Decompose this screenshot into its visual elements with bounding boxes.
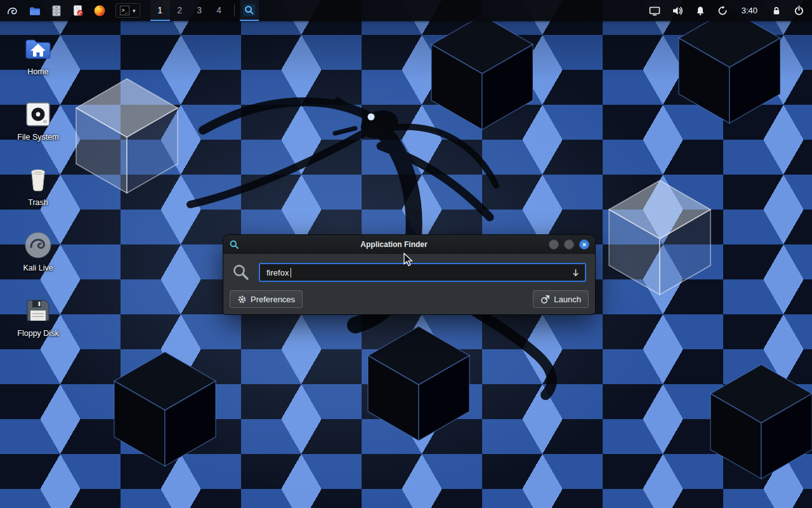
desktop-icon-file-system[interactable]: File System bbox=[10, 99, 66, 142]
text-editor-launcher[interactable] bbox=[67, 0, 89, 21]
search-row: firefox bbox=[230, 263, 589, 282]
display-icon[interactable] bbox=[649, 6, 660, 16]
lock-icon[interactable] bbox=[771, 6, 782, 16]
desktop-icon-column: Home File System Trash bbox=[10, 34, 66, 338]
clock[interactable]: 3:40 bbox=[740, 6, 759, 15]
text-caret bbox=[291, 268, 291, 277]
gear-icon bbox=[237, 295, 247, 304]
file-cabinet-launcher[interactable] bbox=[46, 0, 67, 21]
workspace-2-button[interactable]: 2 bbox=[170, 0, 190, 21]
desktop-icon-label: Kali Live bbox=[23, 264, 53, 272]
application-finder-window: Application Finder × firefox bbox=[223, 235, 595, 314]
notifications-bell-icon[interactable] bbox=[695, 6, 705, 16]
home-folder-icon bbox=[23, 34, 53, 64]
launch-button[interactable]: Launch bbox=[533, 290, 589, 308]
kali-menu-button[interactable] bbox=[0, 0, 24, 21]
floppy-icon bbox=[23, 295, 53, 326]
search-input[interactable]: firefox bbox=[259, 263, 586, 282]
desktop-icon-label: Trash bbox=[28, 198, 48, 207]
launch-label: Launch bbox=[554, 295, 581, 304]
workspace-4-button[interactable]: 4 bbox=[209, 0, 229, 21]
panel-separator bbox=[234, 4, 235, 17]
desktop-icon-label: Floppy Disk bbox=[17, 329, 58, 338]
document-edit-icon bbox=[72, 4, 84, 17]
power-icon[interactable] bbox=[794, 5, 804, 16]
preferences-label: Preferences bbox=[251, 295, 295, 304]
firefox-icon bbox=[93, 4, 106, 17]
desktop-icon-label: Home bbox=[27, 67, 48, 76]
top-panel: >_ ▾ 1 2 3 4 bbox=[0, 0, 812, 21]
button-row: Preferences Launch bbox=[230, 290, 589, 308]
window-titlebar[interactable]: Application Finder × bbox=[223, 235, 595, 254]
folder-icon bbox=[29, 4, 41, 17]
workspace-switcher: 1 2 3 4 bbox=[150, 0, 229, 21]
chevron-down-icon: ▾ bbox=[133, 8, 136, 14]
updates-icon[interactable] bbox=[717, 6, 728, 16]
window-controls: × bbox=[549, 239, 589, 250]
search-input-value: firefox bbox=[266, 268, 289, 277]
desktop-icon-label: File System bbox=[17, 133, 58, 142]
terminal-icon: >_ bbox=[120, 6, 129, 15]
minimize-button[interactable] bbox=[549, 239, 559, 250]
desktop-icon-home[interactable]: Home bbox=[10, 34, 66, 76]
preferences-button[interactable]: Preferences bbox=[230, 290, 303, 308]
window-body: firefox Preferences bbox=[223, 254, 595, 314]
kali-disc-icon bbox=[23, 230, 53, 260]
volume-icon[interactable] bbox=[672, 6, 683, 16]
panel-spacer bbox=[259, 0, 649, 21]
desktop-icon-floppy-disk[interactable]: Floppy Disk bbox=[10, 295, 66, 338]
cabinet-icon bbox=[50, 4, 63, 17]
system-tray: 3:40 bbox=[649, 0, 812, 21]
launch-icon bbox=[540, 295, 550, 304]
firefox-launcher[interactable] bbox=[89, 0, 110, 21]
close-button[interactable]: × bbox=[579, 239, 589, 250]
application-finder-app-icon bbox=[229, 239, 239, 250]
taskbar-application-finder-button[interactable] bbox=[240, 0, 259, 21]
trash-icon bbox=[23, 164, 53, 195]
maximize-button[interactable] bbox=[564, 239, 574, 250]
desktop-icon-trash[interactable]: Trash bbox=[10, 164, 66, 207]
terminal-selector[interactable]: >_ ▾ bbox=[115, 3, 140, 18]
dropdown-arrow-icon[interactable] bbox=[571, 268, 580, 277]
file-manager-launcher[interactable] bbox=[24, 0, 46, 21]
drive-icon bbox=[23, 99, 53, 130]
desktop: >_ ▾ 1 2 3 4 bbox=[0, 0, 812, 508]
workspace-1-button[interactable]: 1 bbox=[150, 0, 170, 21]
desktop-icon-kali-live[interactable]: Kali Live bbox=[10, 230, 66, 272]
workspace-3-button[interactable]: 3 bbox=[190, 0, 209, 21]
magnifier-icon bbox=[243, 4, 256, 17]
window-title: Application Finder bbox=[239, 240, 549, 249]
kali-dragon-icon bbox=[6, 5, 18, 16]
search-icon bbox=[232, 264, 250, 281]
